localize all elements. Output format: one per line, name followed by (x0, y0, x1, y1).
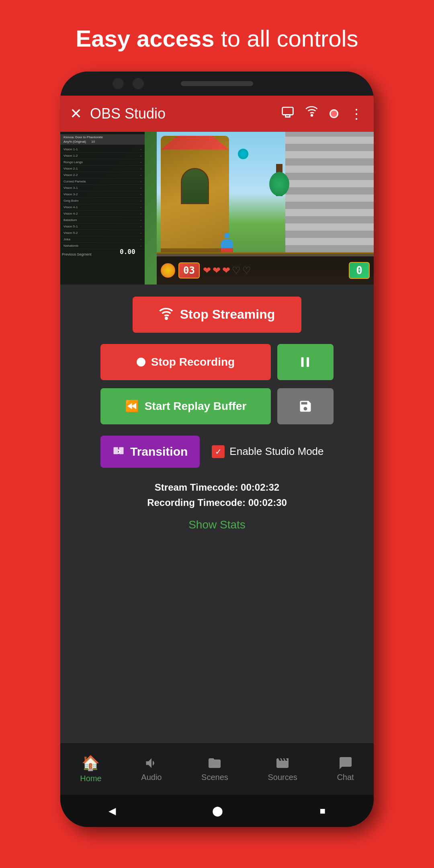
hud-coin (161, 263, 175, 278)
preview-area: Klonoa: Door to PhantomileAny% (Original… (60, 132, 374, 285)
nav-audio-label: Audio (141, 773, 162, 782)
nav-home-label: Home (80, 774, 101, 783)
scenes-icon (207, 756, 222, 770)
phone-camera-right (133, 78, 144, 89)
stream-timecode: Stream Timecode: 00:02:32 (147, 480, 287, 495)
hud-level: 03 (178, 262, 200, 278)
app-bar: ✕ OBS Studio ⋮ (60, 96, 374, 132)
phone-camera-left (113, 78, 124, 89)
list-item: Vision 4-2- (60, 211, 145, 217)
nav-item-scenes[interactable]: Scenes (201, 756, 228, 782)
game-visual: 03 ❤ ❤ ❤ ♡ ♡ 0 (157, 132, 374, 285)
nav-item-audio[interactable]: Audio (141, 756, 162, 782)
header-title: Easy access to all controls (76, 25, 358, 51)
android-back-button[interactable]: ◀ (108, 805, 116, 817)
heart-3: ❤ (222, 265, 230, 276)
phone-top-bar (60, 72, 374, 96)
hud-score: 0 (349, 262, 370, 279)
page-header: Easy access to all controls (52, 24, 383, 53)
previous-segment-label: Previous Segment (62, 252, 92, 256)
android-home-button[interactable]: ⬤ (212, 805, 223, 817)
chat-icon (338, 756, 353, 770)
show-stats-link[interactable]: Show Stats (188, 518, 246, 531)
svg-rect-7 (114, 447, 118, 454)
game-timer-display: 0.00 (120, 248, 135, 256)
list-item: Vision 3-1- (60, 185, 145, 191)
svg-rect-0 (283, 107, 293, 115)
screen-icon[interactable] (281, 106, 294, 121)
list-item: Joka- (60, 236, 145, 243)
playlist-header: Klonoa: Door to PhantomileAny% (Original… (60, 134, 145, 145)
recording-timecode: Recording Timecode: 00:02:30 (147, 495, 287, 510)
list-item: Vision 2-2- (60, 172, 145, 178)
studio-mode-label: Enable Studio Mode (229, 445, 323, 458)
stop-recording-button[interactable]: Stop Recording (100, 344, 271, 380)
heart-2: ❤ (213, 265, 221, 276)
list-item: Vision 2-1- (60, 166, 145, 172)
list-item: Baladium- (60, 217, 145, 223)
playlist-panel: Klonoa: Door to PhantomileAny% (Original… (60, 132, 145, 285)
nav-sources-label: Sources (268, 773, 297, 782)
stop-streaming-button[interactable]: Stop Streaming (133, 297, 301, 333)
list-item: Vision 5-2- (60, 230, 145, 236)
list-item: Geig Bolm- (60, 198, 145, 204)
list-item: Vision 5-1- (60, 223, 145, 230)
transition-row: Transition ✓ Enable Studio Mode (100, 436, 334, 468)
more-options-icon[interactable]: ⋮ (350, 106, 364, 122)
stop-recording-label: Stop Recording (151, 356, 235, 368)
bottom-nav: 🏠 Home Audio Scenes Sources Chat (60, 743, 374, 795)
heart-4: ♡ (232, 265, 241, 276)
list-item: Rongo Lango- (60, 159, 145, 166)
list-item: Vision 4-1- (60, 204, 145, 211)
list-item: Cursed Pamela- (60, 178, 145, 185)
list-item: Vision 1-2- (60, 153, 145, 159)
svg-point-3 (311, 115, 313, 116)
timecodes: Stream Timecode: 00:02:32 Recording Time… (147, 480, 287, 511)
heart-5: ♡ (242, 265, 251, 276)
record-dot-icon (137, 358, 145, 366)
list-item: Vision 1-1- (60, 146, 145, 153)
list-item: Vision 3-2- (60, 191, 145, 198)
nav-item-sources[interactable]: Sources (268, 756, 297, 782)
android-recents-button[interactable]: ■ (319, 805, 326, 817)
app-content: Stop Streaming Stop Recording ⏪ Start Re… (60, 285, 374, 743)
wifi-streaming-icon[interactable] (305, 106, 318, 121)
start-replay-buffer-label: Start Replay Buffer (145, 400, 247, 413)
nav-scenes-label: Scenes (201, 773, 228, 782)
phone-speaker (181, 81, 253, 86)
svg-rect-5 (301, 357, 304, 367)
pause-recording-button[interactable] (277, 344, 334, 380)
record-indicator (330, 109, 338, 118)
android-nav-bar: ◀ ⬤ ■ (60, 795, 374, 827)
audio-icon (144, 756, 159, 770)
heart-1: ❤ (203, 265, 211, 276)
recording-controls-row: Stop Recording (100, 344, 334, 380)
hud-hearts: ❤ ❤ ❤ ♡ ♡ (203, 265, 251, 276)
app-title: OBS Studio (90, 105, 281, 122)
nav-item-chat[interactable]: Chat (337, 756, 354, 782)
svg-point-4 (166, 317, 168, 319)
sources-icon (275, 756, 290, 770)
close-icon[interactable]: ✕ (70, 105, 82, 122)
game-screen: Klonoa: Door to PhantomileAny% (Original… (60, 132, 374, 285)
rewind-icon: ⏪ (125, 399, 139, 413)
home-icon: 🏠 (82, 755, 100, 772)
start-replay-buffer-button[interactable]: ⏪ Start Replay Buffer (100, 388, 271, 424)
transition-label: Transition (130, 445, 188, 459)
replay-buffer-row: ⏪ Start Replay Buffer (100, 388, 334, 424)
transition-button[interactable]: Transition (100, 436, 200, 468)
nav-chat-label: Chat (337, 773, 354, 782)
app-bar-icons: ⋮ (281, 106, 364, 122)
nav-item-home[interactable]: 🏠 Home (80, 755, 101, 783)
studio-mode-toggle[interactable]: ✓ Enable Studio Mode (212, 445, 323, 458)
game-hud: 03 ❤ ❤ ❤ ♡ ♡ 0 (157, 256, 374, 285)
svg-rect-6 (307, 357, 309, 367)
phone-frame: ✕ OBS Studio ⋮ (60, 72, 374, 827)
save-replay-button[interactable] (277, 388, 334, 424)
studio-checkbox-icon: ✓ (212, 445, 225, 458)
stop-streaming-label: Stop Streaming (180, 307, 275, 322)
